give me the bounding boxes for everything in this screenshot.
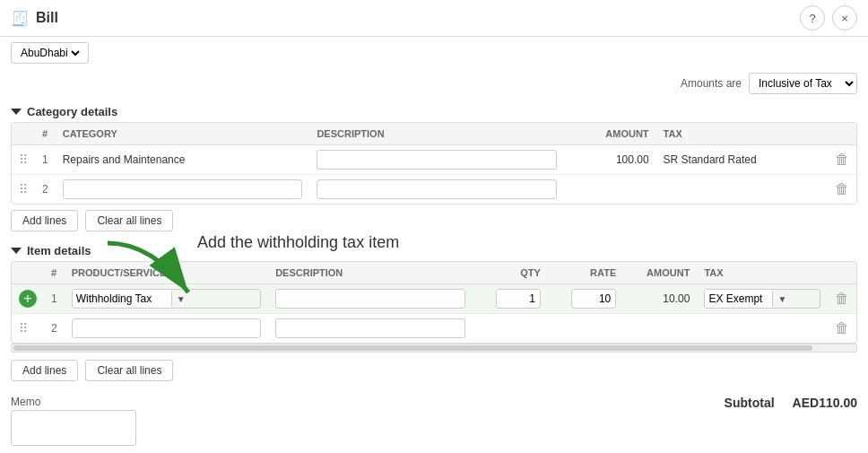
delete-btn-2-cat[interactable]: 🗑	[828, 175, 856, 205]
amount-cell-1-cat: 100.00	[564, 145, 655, 175]
memo-input[interactable]	[11, 410, 136, 446]
amounts-row: Amounts are Inclusive of Tax Exclusive o…	[0, 69, 868, 98]
category-table: # CATEGORY DESCRIPTION AMOUNT TAX ⠿ 1 Re…	[12, 123, 856, 204]
description-input-2-cat[interactable]	[317, 179, 557, 199]
th-delete-item	[828, 262, 856, 284]
category-input-2[interactable]	[63, 179, 303, 199]
subtotal-row: Subtotal AED110.00	[725, 396, 857, 410]
description-input-1-item[interactable]	[275, 289, 464, 309]
th-amount-cat: AMOUNT	[564, 123, 655, 145]
category-section-title: Category details	[27, 105, 117, 118]
tax-cell-1-item[interactable]: ▼	[697, 284, 828, 314]
th-tax-item: TAX	[697, 262, 828, 284]
description-cell-1-item[interactable]	[268, 284, 472, 314]
product-input-1[interactable]	[73, 290, 171, 308]
header-right: ? ×	[800, 5, 857, 30]
add-lines-item-button[interactable]: Add lines	[11, 360, 78, 381]
rate-cell-1[interactable]	[548, 284, 623, 314]
description-cell-1-cat[interactable]	[309, 145, 564, 175]
rate-cell-2	[548, 314, 623, 344]
item-section: Item details Add the withholding tax ite…	[0, 240, 868, 387]
header-left: 🧾 Bill	[11, 10, 58, 27]
item-action-buttons: Add lines Clear all lines	[0, 354, 868, 387]
tax-cell-1-cat: SR Standard Rated	[656, 145, 828, 175]
product-cell-2[interactable]	[65, 314, 268, 344]
location-select[interactable]: AbuDhabi	[11, 42, 89, 64]
tooltip-container: Item details Add the withholding tax ite…	[0, 240, 868, 261]
row-num-1-cat: 1	[35, 145, 56, 175]
location-bar: AbuDhabi	[0, 37, 868, 69]
clear-all-item-button[interactable]: Clear all lines	[85, 360, 173, 381]
description-cell-2-cat[interactable]	[309, 175, 564, 205]
drag-handle-item[interactable]: ⠿	[19, 321, 28, 335]
description-cell-2-item[interactable]	[268, 314, 472, 344]
category-table-row: ⠿ 1 Repairs and Maintenance 100.00 SR St…	[12, 145, 856, 175]
th-description-cat: DESCRIPTION	[309, 123, 564, 145]
qty-input-1[interactable]	[496, 289, 541, 309]
row-num-2-cat: 2	[35, 175, 56, 205]
row-num-2-item: 2	[44, 314, 65, 344]
description-input-1-cat[interactable]	[317, 150, 557, 170]
description-input-2-item[interactable]	[275, 318, 464, 338]
th-qty: QTY	[473, 262, 548, 284]
product-dropdown-arrow[interactable]: ▼	[171, 292, 190, 307]
th-hash-item: #	[44, 262, 65, 284]
item-table-header: # PRODUCT/SERVICE DESCRIPTION QTY RATE A…	[12, 262, 856, 284]
horizontal-scrollbar[interactable]	[11, 344, 857, 353]
drag-handle[interactable]: ⠿	[19, 152, 28, 167]
clear-all-cat-button[interactable]: Clear all lines	[85, 210, 173, 231]
close-button[interactable]: ×	[832, 5, 857, 30]
tax-cell-2-item	[697, 314, 828, 344]
add-lines-cat-button[interactable]: Add lines	[11, 210, 78, 231]
footer: Memo Subtotal AED110.00	[0, 390, 868, 453]
item-table: # PRODUCT/SERVICE DESCRIPTION QTY RATE A…	[12, 262, 856, 343]
qty-cell-1[interactable]	[473, 284, 548, 314]
tax-dropdown-arrow[interactable]: ▼	[772, 292, 791, 307]
th-category: CATEGORY	[56, 123, 310, 145]
th-drag-item	[12, 262, 44, 284]
category-cell-2[interactable]	[56, 175, 310, 205]
category-action-buttons: Add lines Clear all lines	[0, 205, 868, 237]
category-cell-1: Repairs and Maintenance	[56, 145, 310, 175]
category-table-row: ⠿ 2 🗑	[12, 175, 856, 205]
subtotal-value: AED110.00	[793, 396, 857, 410]
th-amount-item: AMOUNT	[623, 262, 697, 284]
amounts-label: Amounts are	[681, 77, 742, 90]
delete-btn-1-item[interactable]: 🗑	[828, 284, 856, 314]
category-section: Category details # CATEGORY DESCRIPTION …	[0, 101, 868, 237]
delete-btn-2-item[interactable]: 🗑	[828, 314, 856, 344]
item-table-row-2: ⠿ 2 🗑	[12, 314, 856, 344]
location-dropdown[interactable]: AbuDhabi	[17, 46, 82, 60]
amount-cell-1-item: 10.00	[623, 284, 697, 314]
item-expand-icon	[11, 248, 22, 254]
th-product: PRODUCT/SERVICE	[65, 262, 268, 284]
amount-cell-2-item	[623, 314, 697, 344]
memo-label: Memo	[11, 396, 136, 408]
item-table-wrapper: # PRODUCT/SERVICE DESCRIPTION QTY RATE A…	[11, 261, 857, 344]
th-drag	[12, 123, 35, 145]
rate-input-1[interactable]	[571, 289, 616, 309]
item-section-title: Item details	[27, 244, 91, 257]
product-select-wrap: ▼	[72, 289, 261, 309]
delete-btn-1-cat[interactable]: 🗑	[828, 145, 856, 175]
page-title: Bill	[36, 10, 58, 26]
category-table-header: # CATEGORY DESCRIPTION AMOUNT TAX	[12, 123, 856, 145]
subtotal-label: Subtotal	[725, 396, 775, 410]
qty-cell-2	[473, 314, 548, 344]
drag-handle[interactable]: ⠿	[19, 182, 28, 196]
tax-input-1[interactable]	[705, 290, 772, 308]
category-expand-icon	[11, 109, 22, 115]
row-num-1-item: 1	[44, 284, 65, 314]
add-row-button[interactable]: +	[19, 290, 37, 308]
product-cell-1[interactable]: ▼	[65, 284, 268, 314]
product-input-2[interactable]	[72, 318, 261, 338]
category-table-wrapper: # CATEGORY DESCRIPTION AMOUNT TAX ⠿ 1 Re…	[11, 122, 857, 205]
th-delete-cat	[828, 123, 856, 145]
category-section-header[interactable]: Category details	[0, 101, 868, 122]
amounts-dropdown[interactable]: Inclusive of Tax Exclusive of Tax Tax Ex…	[749, 73, 857, 94]
memo-section: Memo	[11, 396, 136, 449]
scrollbar-thumb[interactable]	[13, 345, 812, 351]
header: 🧾 Bill ? ×	[0, 0, 868, 37]
item-section-header[interactable]: Item details	[0, 240, 868, 261]
help-button[interactable]: ?	[800, 5, 825, 30]
